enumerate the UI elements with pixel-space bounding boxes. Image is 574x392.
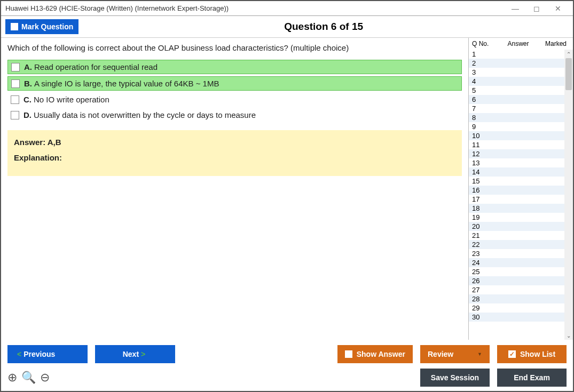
qlist-row[interactable]: 18: [469, 204, 573, 213]
qlist-row[interactable]: 21: [469, 231, 573, 240]
qlist-row[interactable]: 27: [469, 285, 573, 294]
options-list: A.Read operation for sequential readB.A …: [7, 60, 462, 122]
qlist-row[interactable]: 5: [469, 86, 573, 95]
question-list-panel: Q No. Answer Marked 12345678910111213141…: [468, 38, 573, 340]
qlist-row[interactable]: 8: [469, 113, 573, 122]
qlist-row[interactable]: 4: [469, 77, 573, 86]
mark-checkbox-icon: [11, 23, 18, 30]
end-exam-button[interactable]: End Exam: [497, 369, 567, 387]
checked-checkbox-icon: ✓: [508, 350, 516, 358]
qlist-row[interactable]: 22: [469, 240, 573, 249]
option-text: Usually data is not overwritten by the c…: [34, 110, 256, 119]
option-letter: A.: [24, 62, 32, 71]
option-letter: C.: [23, 95, 32, 104]
close-button[interactable]: ✕: [547, 2, 569, 15]
qlist-row[interactable]: 29: [469, 303, 573, 313]
qlist-row[interactable]: 30: [469, 313, 573, 322]
scrollbar[interactable]: ⌃ ⌄: [564, 50, 573, 340]
option-checkbox[interactable]: [11, 95, 19, 104]
option-letter: B.: [24, 79, 32, 88]
chevron-left-icon: <: [17, 350, 21, 358]
scroll-up-icon[interactable]: ⌃: [564, 50, 573, 58]
qlist-row[interactable]: 14: [469, 167, 573, 177]
qlist-row[interactable]: 7: [469, 104, 573, 113]
option-checkbox[interactable]: [11, 79, 20, 88]
option-checkbox[interactable]: [11, 63, 20, 71]
option-checkbox[interactable]: [11, 111, 19, 119]
save-session-button[interactable]: Save Session: [420, 369, 490, 387]
answer-label: Answer: A,B: [14, 138, 455, 147]
checkbox-icon: [345, 350, 352, 358]
scroll-down-icon[interactable]: ⌄: [564, 331, 573, 340]
next-button[interactable]: Next >: [95, 345, 175, 363]
option-row[interactable]: C.No IO write operation: [7, 93, 462, 106]
qlist-row[interactable]: 12: [469, 149, 573, 158]
previous-button[interactable]: < Previous: [7, 345, 88, 363]
option-row[interactable]: D.Usually data is not overwritten by the…: [7, 108, 462, 122]
qlist-row[interactable]: 23: [469, 249, 573, 258]
maximize-button[interactable]: ◻: [526, 2, 547, 15]
question-text: Which of the following is correct about …: [7, 43, 462, 52]
qlist-body: 1234567891011121314151617181920212223242…: [469, 50, 573, 340]
qlist-row[interactable]: 1: [469, 50, 573, 59]
app-window: Huawei H13-629 (HCIE-Storage (Written) (…: [0, 0, 574, 392]
option-row[interactable]: B.A single IO is large, the typical valu…: [7, 76, 462, 91]
qlist-row[interactable]: 13: [469, 158, 573, 167]
option-text: Read operation for sequential read: [34, 62, 158, 71]
review-dropdown[interactable]: Review ▼: [420, 345, 490, 363]
option-text: A single IO is large, the typical value …: [34, 79, 219, 88]
qlist-row[interactable]: 16: [469, 186, 573, 195]
top-bar: Mark Question Question 6 of 15: [1, 16, 573, 38]
qlist-row[interactable]: 6: [469, 95, 573, 104]
qlist-row[interactable]: 10: [469, 131, 573, 140]
minimize-button[interactable]: —: [505, 2, 526, 15]
show-list-button[interactable]: ✓ Show List: [497, 345, 567, 363]
qlist-row[interactable]: 9: [469, 122, 573, 131]
window-title: Huawei H13-629 (HCIE-Storage (Written) (…: [5, 4, 505, 12]
qlist-row[interactable]: 3: [469, 68, 573, 77]
qlist-row[interactable]: 28: [469, 294, 573, 303]
chevron-down-icon: ▼: [477, 351, 482, 357]
qlist-row[interactable]: 26: [469, 276, 573, 285]
option-text: No IO write operation: [34, 95, 109, 104]
answer-panel: Answer: A,B Explanation:: [7, 130, 462, 176]
explanation-label: Explanation:: [14, 153, 455, 162]
question-area: Which of the following is correct about …: [1, 38, 468, 340]
qlist-row[interactable]: 11: [469, 140, 573, 149]
mark-question-button[interactable]: Mark Question: [5, 19, 78, 34]
qlist-row[interactable]: 15: [469, 177, 573, 186]
qlist-header: Q No. Answer Marked: [469, 38, 573, 50]
show-answer-button[interactable]: Show Answer: [337, 345, 413, 363]
title-bar: Huawei H13-629 (HCIE-Storage (Written) (…: [1, 1, 573, 16]
qlist-row[interactable]: 2: [469, 59, 573, 68]
scroll-thumb[interactable]: [565, 58, 572, 90]
qlist-row[interactable]: 20: [469, 222, 573, 231]
footer: < Previous Next > Show Answer Review ▼ ✓…: [1, 340, 573, 391]
qlist-row[interactable]: 17: [469, 195, 573, 204]
question-counter: Question 6 of 15: [78, 21, 569, 33]
option-row[interactable]: A.Read operation for sequential read: [7, 60, 462, 74]
qlist-row[interactable]: 25: [469, 267, 573, 276]
qlist-row[interactable]: 19: [469, 213, 573, 222]
qlist-row[interactable]: 24: [469, 258, 573, 267]
zoom-out-icon[interactable]: ⊖: [40, 371, 50, 385]
zoom-reset-icon[interactable]: ⊕: [7, 371, 17, 385]
zoom-controls: ⊕ 🔍 ⊖: [7, 371, 50, 385]
chevron-right-icon: >: [141, 350, 145, 358]
zoom-in-icon[interactable]: 🔍: [21, 371, 36, 385]
option-letter: D.: [23, 110, 32, 119]
